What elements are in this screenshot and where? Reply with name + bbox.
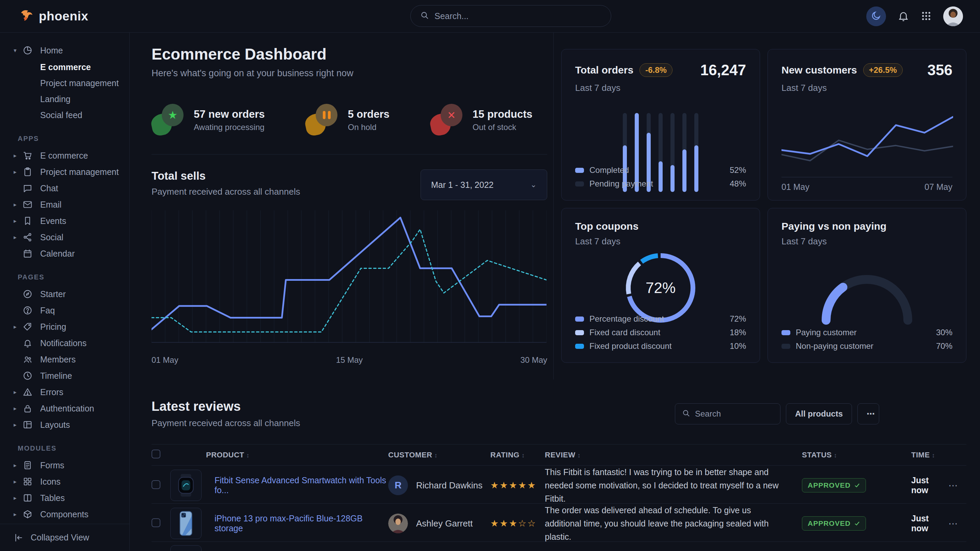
grid-dots-icon <box>921 11 932 22</box>
total-orders-badge: -6.8% <box>640 63 673 77</box>
column-header-review[interactable]: REVIEW↕ <box>545 451 802 459</box>
apps-grid-button[interactable] <box>921 11 932 22</box>
notifications-button[interactable] <box>897 10 909 23</box>
sidebar-subitem-landing[interactable]: Landing <box>0 91 129 107</box>
sidebar-item-project-management[interactable]: ▸Project management <box>0 164 129 180</box>
date-range-select[interactable]: Mar 1 - 31, 2022 ⌄ <box>420 170 547 200</box>
legend-value: 72% <box>730 314 746 324</box>
sidebar-item-chat[interactable]: Chat <box>0 180 129 196</box>
sidebar-item-label: Calendar <box>40 249 75 259</box>
collapse-icon <box>14 533 24 543</box>
sidebar-item-authentication[interactable]: ▸Authentication <box>0 400 129 416</box>
select-all-checkbox[interactable] <box>151 449 161 459</box>
stats-row: ★57 new ordersAwating processing5 orders… <box>151 104 547 137</box>
sort-icon: ↕ <box>522 452 525 459</box>
user-avatar[interactable] <box>943 6 963 26</box>
sidebar-item-components[interactable]: ▸Components <box>0 506 129 522</box>
total-orders-value: 16,247 <box>700 62 746 79</box>
reviews-menu-button[interactable]: ⋯ <box>858 403 879 424</box>
legend-label: Percentage discount <box>589 314 664 324</box>
product-link[interactable]: Fitbit Sense Advanced Smartwatch with To… <box>215 475 388 495</box>
new-customers-value: 356 <box>928 62 952 79</box>
caret-right-icon: ▸ <box>14 323 22 330</box>
row-checkbox[interactable] <box>151 518 161 527</box>
caret-right-icon: ▸ <box>14 494 22 502</box>
stats-divider <box>151 154 547 154</box>
sidebar-subitem-e-commerce[interactable]: E commerce <box>0 59 129 75</box>
sidebar-item-label: Social <box>40 232 63 242</box>
collapsed-view-toggle[interactable]: Collapsed View <box>0 524 129 551</box>
product-thumbnail[interactable] <box>170 545 202 551</box>
legend-value: 30% <box>936 328 952 337</box>
box-icon <box>22 509 33 519</box>
donut-center-label: 72% <box>646 279 676 297</box>
rating-stars: ★★★★★ <box>490 480 545 491</box>
reviews-search-input[interactable] <box>695 409 773 419</box>
card-title: Total orders <box>575 64 633 76</box>
global-search-input[interactable] <box>434 11 601 21</box>
sidebar-item-calendar[interactable]: Calendar <box>0 245 129 262</box>
theme-toggle-button[interactable] <box>866 6 886 26</box>
brand-logo[interactable]: phoenix <box>19 8 88 24</box>
tag-icon <box>22 322 33 332</box>
sidebar-item-timeline[interactable]: Timeline <box>0 368 129 384</box>
stat-value: 57 new orders <box>194 108 264 121</box>
row-checkbox[interactable] <box>151 480 161 489</box>
sidebar-item-starter[interactable]: Starter <box>0 286 129 302</box>
sidebar-item-errors[interactable]: ▸Errors <box>0 384 129 400</box>
sidebar-item-label: Authentication <box>40 403 94 413</box>
customer-photo-avatar <box>388 514 408 533</box>
sidebar-item-members[interactable]: Members <box>0 351 129 368</box>
envelope-icon <box>22 199 33 210</box>
sidebar-item-e-commerce[interactable]: ▸E commerce <box>0 148 129 164</box>
all-products-button[interactable]: All products <box>786 403 852 424</box>
product-thumbnail[interactable] <box>170 470 202 501</box>
sidebar-item-tables[interactable]: ▸Tables <box>0 490 129 506</box>
card-period: Last 7 days <box>781 236 952 247</box>
sidebar-item-events[interactable]: ▸Events <box>0 213 129 229</box>
column-header-status[interactable]: STATUS↕ <box>802 451 889 459</box>
column-header-rating[interactable]: RATING↕ <box>490 451 545 459</box>
sidebar-item-label: Starter <box>40 289 66 299</box>
column-header-customer[interactable]: CUSTOMER↕ <box>388 451 490 459</box>
column-header-product[interactable]: PRODUCT↕ <box>170 451 388 459</box>
column-header-time[interactable]: TIME↕ <box>889 451 940 459</box>
product-thumbnail[interactable] <box>170 508 202 539</box>
status-badge: APPROVED <box>802 478 866 492</box>
total-orders-legend: Completed52%Pending payment48% <box>575 164 746 191</box>
star-icon: ★ <box>168 109 178 122</box>
sidebar-item-notifications[interactable]: Notifications <box>0 335 129 351</box>
sidebar-item-layouts[interactable]: ▸Layouts <box>0 416 129 433</box>
legend-swatch <box>781 344 790 349</box>
sidebar-item-pricing[interactable]: ▸Pricing <box>0 319 129 335</box>
sidebar-item-faq[interactable]: Faq <box>0 302 129 319</box>
clock-icon <box>22 371 33 381</box>
total-sells-title: Total sells <box>151 170 300 183</box>
pie-chart-icon <box>22 45 33 56</box>
customer-letter-avatar: R <box>388 475 408 495</box>
sidebar-item-forms[interactable]: ▸Forms <box>0 457 129 473</box>
new-customers-x-axis: 01 May 07 May <box>781 177 952 192</box>
caret-right-icon: ▸ <box>14 168 22 176</box>
row-menu-button[interactable]: ⋯ <box>940 480 966 491</box>
legend-value: 48% <box>730 179 746 189</box>
legend-label: Fixed product discount <box>589 341 671 351</box>
legend-label: Fixed card discount <box>589 328 660 337</box>
layout-icon <box>22 420 33 430</box>
icons-icon <box>22 476 33 487</box>
legend-row: Pending payment48% <box>575 177 746 191</box>
product-link[interactable]: iPhone 13 pro max-Pacific Blue-128GB sto… <box>215 514 388 533</box>
sort-icon: ↕ <box>834 452 837 459</box>
sidebar-item-home[interactable]: ▾ Home <box>0 41 129 59</box>
sidebar-subitem-social-feed[interactable]: Social feed <box>0 107 129 123</box>
legend-swatch <box>575 181 584 186</box>
global-search[interactable] <box>410 5 611 27</box>
sidebar-item-social[interactable]: ▸Social <box>0 229 129 245</box>
sidebar-item-email[interactable]: ▸Email <box>0 196 129 213</box>
legend-label: Non-paying customer <box>796 341 873 351</box>
sidebar-subitem-project-management[interactable]: Project management <box>0 75 129 91</box>
sidebar-item-icons[interactable]: ▸Icons <box>0 473 129 490</box>
row-menu-button[interactable]: ⋯ <box>940 518 966 529</box>
legend-swatch <box>575 316 584 322</box>
reviews-search[interactable] <box>675 403 780 424</box>
